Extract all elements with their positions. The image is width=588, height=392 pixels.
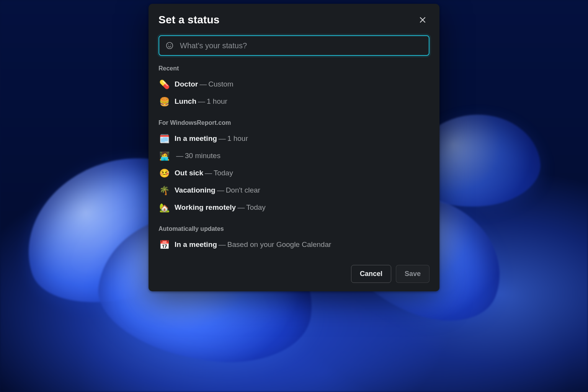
status-option-label: Lunch — [175, 97, 196, 105]
status-option-text: —30 minutes — [175, 150, 220, 162]
status-option-text: In a meeting—1 hour — [175, 133, 248, 144]
person-icon: 🧑‍💻 — [159, 150, 169, 162]
modal-footer: Cancel Save — [158, 265, 430, 283]
section-label-auto: Automatically updates — [158, 225, 430, 232]
status-option-text: Vacationing—Don't clear — [175, 185, 260, 196]
close-button[interactable] — [416, 13, 430, 27]
status-option-auto-meeting[interactable]: 📅 In a meeting—Based on your Google Cale… — [158, 236, 430, 253]
emoji-picker-button[interactable] — [165, 41, 175, 51]
status-option-duration: Custom — [208, 80, 233, 88]
status-option-duration: Today — [246, 203, 266, 211]
calendar-icon: 🗓️ — [159, 132, 169, 145]
status-option-duration: 30 minutes — [185, 152, 220, 160]
house-icon: 🏡 — [159, 201, 169, 214]
status-option-label: In a meeting — [175, 240, 217, 248]
pill-icon: 💊 — [159, 78, 169, 91]
status-option-label: Out sick — [175, 169, 203, 177]
status-option-duration: 1 hour — [207, 97, 227, 105]
status-option-duration: Don't clear — [226, 186, 260, 194]
status-option-working-remotely[interactable]: 🏡 Working remotely—Today — [158, 199, 430, 216]
svg-point-3 — [168, 44, 169, 45]
svg-point-4 — [170, 44, 171, 45]
set-status-modal: Set a status Recent 💊 Doctor—Custom — [149, 4, 439, 291]
status-input[interactable] — [180, 41, 423, 50]
status-option-label: Vacationing — [175, 186, 216, 194]
cancel-button[interactable]: Cancel — [351, 265, 391, 283]
status-option-duration: Based on your Google Calendar — [227, 240, 331, 248]
section-label-recent: Recent — [158, 65, 430, 72]
status-option-text: Working remotely—Today — [175, 202, 266, 213]
status-option-duration: 1 hour — [227, 134, 248, 142]
status-option-label: Working remotely — [175, 203, 236, 211]
status-option-label: In a meeting — [175, 134, 217, 142]
status-option-vacationing[interactable]: 🌴 Vacationing—Don't clear — [158, 182, 430, 199]
status-option-text: Lunch—1 hour — [175, 96, 227, 107]
close-icon — [419, 16, 426, 24]
status-option-text: In a meeting—Based on your Google Calend… — [175, 239, 331, 250]
status-option-in-a-meeting[interactable]: 🗓️ In a meeting—1 hour — [158, 130, 430, 147]
status-option-text: Out sick—Today — [175, 168, 233, 179]
recent-section: Recent 💊 Doctor—Custom 🍔 Lunch—1 hour — [158, 65, 430, 110]
sick-face-icon: 🤒 — [159, 167, 169, 180]
save-button[interactable]: Save — [396, 265, 430, 283]
status-option-lunch[interactable]: 🍔 Lunch—1 hour — [158, 93, 430, 110]
status-option-duration: Today — [214, 169, 233, 177]
smiley-icon — [165, 41, 174, 50]
status-option-out-sick[interactable]: 🤒 Out sick—Today — [158, 165, 430, 182]
modal-title: Set a status — [158, 14, 220, 26]
burger-icon: 🍔 — [159, 95, 169, 108]
status-option-label: Doctor — [175, 80, 198, 88]
status-option-commuting[interactable]: 🧑‍💻 —30 minutes — [158, 147, 430, 165]
svg-point-2 — [167, 42, 173, 49]
palm-tree-icon: 🌴 — [159, 184, 169, 197]
status-option-text: Doctor—Custom — [175, 79, 234, 90]
status-input-container[interactable] — [158, 35, 430, 56]
workspace-section: For WindowsReport.com 🗓️ In a meeting—1 … — [158, 119, 430, 216]
modal-header: Set a status — [158, 13, 430, 27]
status-option-doctor[interactable]: 💊 Doctor—Custom — [158, 76, 430, 93]
google-calendar-icon: 📅 — [159, 238, 169, 251]
auto-updates-section: Automatically updates 📅 In a meeting—Bas… — [158, 225, 430, 253]
section-label-workspace: For WindowsReport.com — [158, 119, 430, 126]
